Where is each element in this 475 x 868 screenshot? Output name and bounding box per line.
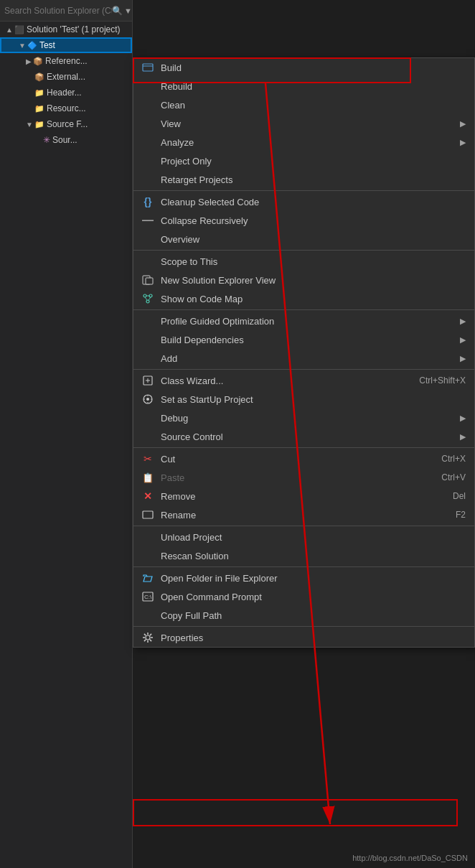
sour-label: Sour... (52, 135, 77, 145)
menu-item-debug[interactable]: Debug ▶ (133, 409, 474, 427)
menu-item-paste[interactable]: 📋 Paste Ctrl+V (133, 468, 474, 487)
menu-item-cleanup[interactable]: {} Cleanup Selected Code (133, 192, 474, 211)
menu-item-clean[interactable]: Clean (133, 95, 474, 114)
cleanup-icon: {} (139, 196, 156, 207)
paste-label: Paste (161, 472, 441, 483)
menu-item-properties[interactable]: Properties (133, 628, 474, 647)
svg-rect-3 (146, 278, 153, 284)
menu-item-analyze[interactable]: Analyze ▶ (133, 133, 474, 151)
separator-1 (133, 190, 474, 191)
menu-item-retarget-projects[interactable]: Retarget Projects (133, 170, 474, 189)
menu-item-build[interactable]: Build (133, 58, 474, 77)
tree-item-resource[interactable]: 📁 Resourc... (0, 101, 132, 116)
menu-item-unload[interactable]: Unload Project (133, 528, 474, 546)
menu-item-build-deps[interactable]: Build Dependencies ▶ (133, 330, 474, 349)
menu-item-view[interactable]: View ▶ (133, 114, 474, 133)
build-label: Build (161, 62, 466, 73)
project-only-label: Project Only (161, 156, 466, 167)
menu-item-rescan[interactable]: Rescan Solution (133, 546, 474, 565)
separator-5 (133, 447, 474, 448)
menu-item-open-cmd[interactable]: C:\ Open Command Prompt (133, 587, 474, 606)
dropdown-icon[interactable]: ▼ (124, 6, 132, 15)
menu-item-set-startup[interactable]: Set as StartUp Project (133, 390, 474, 409)
svg-line-30 (144, 640, 146, 641)
menu-item-show-code-map[interactable]: Show on Code Map (133, 289, 474, 308)
properties-icon (139, 632, 156, 643)
separator-3 (133, 309, 474, 310)
source-folder-icon: 📁 (34, 120, 44, 129)
tree-item-test[interactable]: ▼ 🔷 Test (0, 37, 132, 53)
remove-label: Remove (161, 491, 453, 502)
separator-7 (133, 566, 474, 567)
paste-shortcut: Ctrl+V (441, 472, 466, 482)
menu-item-open-folder[interactable]: Open Folder in File Explorer (133, 569, 474, 587)
separator-4 (133, 369, 474, 370)
menu-item-rebuild[interactable]: Rebuild (133, 77, 474, 95)
resource-icon: 📁 (34, 104, 44, 113)
cleanup-label: Cleanup Selected Code (161, 197, 466, 207)
view-label: View (161, 118, 456, 129)
new-solution-view-icon (139, 274, 156, 286)
tree-item-source-f[interactable]: ▼ 📁 Source F... (0, 116, 132, 132)
search-icon: 🔍 (112, 6, 123, 16)
svg-point-4 (144, 294, 146, 297)
build-deps-submenu-arrow: ▶ (460, 335, 466, 345)
menu-item-source-control[interactable]: Source Control ▶ (133, 427, 474, 446)
add-submenu-arrow: ▶ (460, 354, 466, 363)
menu-item-rename[interactable]: Rename F2 (133, 505, 474, 524)
solution-icon: ⬛ (14, 25, 24, 34)
menu-item-cut[interactable]: ✂ Cut Ctrl+X (133, 449, 474, 468)
class-wizard-label: Class Wizard... (161, 375, 419, 386)
svg-line-28 (150, 640, 151, 641)
separator-2 (133, 250, 474, 251)
context-menu: Build Rebuild Clean View ▶ Analyze ▶ Pro… (133, 57, 475, 648)
menu-item-profile-guided[interactable]: Profile Guided Optimization ▶ (133, 312, 474, 330)
rescan-label: Rescan Solution (161, 551, 466, 561)
menu-item-remove[interactable]: ✕ Remove Del (133, 487, 474, 505)
svg-line-9 (149, 297, 151, 300)
menu-item-project-only[interactable]: Project Only (133, 151, 474, 170)
build-deps-label: Build Dependencies (161, 335, 456, 345)
collapse-label: Collapse Recursively (161, 215, 466, 226)
source-control-submenu-arrow: ▶ (460, 432, 466, 442)
solution-explorer: 🔍 ▼ ▲ ⬛ Solution 'Test' (1 project) ▼ 🔷 … (0, 0, 133, 868)
sour-icon: ✳ (43, 135, 50, 145)
tree-item-header[interactable]: 📁 Header... (0, 85, 132, 101)
search-input[interactable] (4, 6, 112, 16)
paste-icon: 📋 (139, 472, 156, 483)
menu-item-collapse[interactable]: — Collapse Recursively (133, 211, 474, 230)
analyze-label: Analyze (161, 137, 456, 148)
project-icon: 🔷 (27, 41, 37, 50)
tree-item-solution[interactable]: ▲ ⬛ Solution 'Test' (1 project) (0, 22, 132, 37)
tree-item-external[interactable]: 📦 External... (0, 69, 132, 85)
tree-item-references[interactable]: ▶ 📦 Referenc... (0, 53, 132, 69)
menu-item-copy-path[interactable]: Copy Full Path (133, 606, 474, 625)
resource-label: Resourc... (47, 103, 86, 113)
debug-label: Debug (161, 413, 456, 424)
view-submenu-arrow: ▶ (460, 119, 466, 129)
collapse-arrow: ▼ (19, 42, 26, 50)
cut-icon: ✂ (139, 453, 156, 465)
profile-label: Profile Guided Optimization (161, 316, 456, 327)
build-icon (139, 62, 156, 73)
menu-item-add[interactable]: Add ▶ (133, 349, 474, 368)
rebuild-label: Rebuild (161, 81, 466, 92)
svg-point-6 (146, 300, 149, 303)
rename-shortcut: F2 (456, 510, 466, 520)
menu-item-scope[interactable]: Scope to This (133, 252, 474, 271)
menu-item-class-wizard[interactable]: Class Wizard... Ctrl+Shift+X (133, 371, 474, 390)
source-control-label: Source Control (161, 431, 456, 442)
startup-icon (139, 393, 156, 405)
external-icon: 📦 (34, 73, 44, 82)
menu-item-overview[interactable]: Overview (133, 230, 474, 248)
cut-label: Cut (161, 454, 441, 465)
tree-item-sour[interactable]: ✳ Sour... (0, 132, 132, 148)
collapse-icon: — (139, 214, 156, 227)
svg-line-29 (150, 634, 151, 635)
properties-label: Properties (161, 633, 466, 643)
search-bar[interactable]: 🔍 ▼ (0, 0, 132, 22)
unload-label: Unload Project (161, 532, 466, 543)
ref-icon: 📦 (33, 57, 43, 66)
header-label: Header... (47, 88, 82, 98)
menu-item-new-solution-view[interactable]: New Solution Explorer View (133, 271, 474, 289)
